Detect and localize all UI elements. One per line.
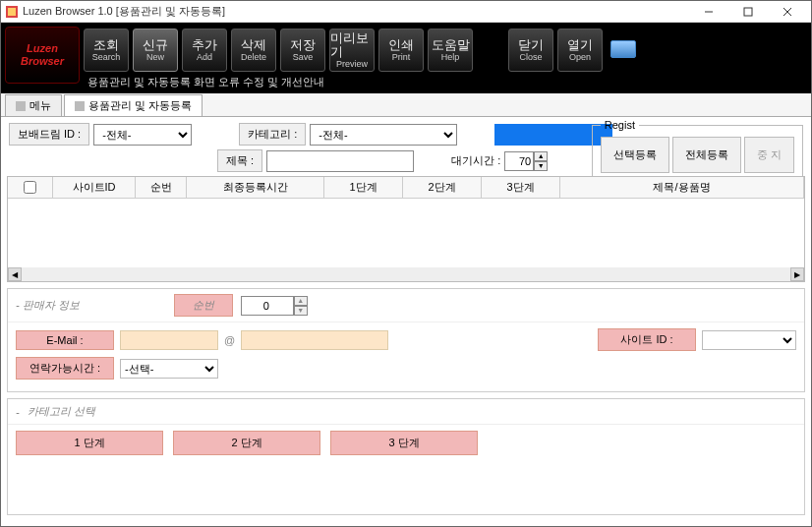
document-tabs: 메뉴 용품관리 및 자동등록 xyxy=(1,93,811,117)
regist-group: Regist 선택등록 전체등록 중 지 xyxy=(592,119,803,182)
filter-area: 보배드림 ID : -전체- 카테고리 : -전체- 제목 : 대기시간 : ▲… xyxy=(1,117,811,172)
delete-button[interactable]: 삭제Delete xyxy=(231,29,276,72)
scroll-track[interactable] xyxy=(22,267,790,281)
seq-down-icon[interactable]: ▼ xyxy=(294,306,308,316)
scroll-right-icon[interactable]: ▶ xyxy=(790,267,804,281)
category-label: 카테고리 : xyxy=(239,123,306,146)
close-button[interactable] xyxy=(768,2,807,22)
wait-label: 대기시간 : xyxy=(451,153,500,168)
print-button[interactable]: 인쇄Print xyxy=(378,29,424,72)
seq-label: 순번 xyxy=(174,294,233,317)
col-seq[interactable]: 순번 xyxy=(136,177,187,198)
svg-rect-1 xyxy=(8,8,16,16)
title-input[interactable] xyxy=(266,150,414,172)
all-register-button[interactable]: 전체등록 xyxy=(672,137,741,173)
tab-product-auto-label: 용품관리 및 자동등록 xyxy=(88,98,192,113)
at-symbol: @ xyxy=(224,334,235,346)
document-icon xyxy=(75,101,85,111)
main-toolbar: Luzen Browser 조회Search 신규New 추가Add 삭제Del… xyxy=(1,23,811,93)
tab-menu-label: 메뉴 xyxy=(29,98,51,113)
scroll-left-icon[interactable]: ◀ xyxy=(8,267,22,281)
new-button[interactable]: 신규New xyxy=(133,29,178,72)
help-button[interactable]: 도움말Help xyxy=(428,29,473,72)
menu-icon xyxy=(16,101,26,111)
email-domain-input[interactable] xyxy=(241,330,388,350)
horizontal-scrollbar[interactable]: ◀ ▶ xyxy=(8,267,804,281)
email-local-input[interactable] xyxy=(120,330,218,350)
id-label: 보배드림 ID : xyxy=(9,123,89,146)
data-grid: 사이트ID 순번 최종등록시간 1단계 2단계 3단계 제목/용품명 ◀ ▶ xyxy=(7,176,805,282)
stop-button[interactable]: 중 지 xyxy=(744,137,794,173)
add-button[interactable]: 추가Add xyxy=(182,29,227,72)
seller-section-title: - 판매자 정보 순번 ▲▼ xyxy=(8,289,804,322)
category-section-title: - 카테고리 선택 xyxy=(8,399,804,425)
preview-button[interactable]: 미리보기Preview xyxy=(329,29,375,72)
logo-line1: Luzen xyxy=(27,42,58,55)
toolbar-subtext: 용품관리 및 자동등록 화면 오류 수정 및 개선안내 xyxy=(87,75,324,89)
category-steps: 1 단계 2 단계 3 단계 xyxy=(8,425,804,461)
id-select[interactable]: -전체- xyxy=(93,124,192,146)
regist-legend: Regist xyxy=(601,119,639,131)
logo-line2: Browser xyxy=(21,55,64,68)
maximize-button[interactable] xyxy=(728,2,768,22)
seller-section: - 판매자 정보 순번 ▲▼ E-Mail : @ 사이트 ID : 연락가능시… xyxy=(7,288,805,392)
col-check xyxy=(8,177,53,198)
seq-value[interactable] xyxy=(241,296,294,316)
col-site-id[interactable]: 사이트ID xyxy=(53,177,136,198)
window-title: Luzen Browser 1.0 [용품관리 및 자동등록] xyxy=(23,4,689,19)
svg-rect-3 xyxy=(744,8,752,16)
contact-label: 연락가능시간 : xyxy=(16,357,114,380)
open-button[interactable]: 열기Open xyxy=(557,29,603,72)
select-register-button[interactable]: 선택등록 xyxy=(601,137,669,173)
category-step-1[interactable]: 1 단계 xyxy=(16,431,163,455)
contact-select[interactable]: -선택- xyxy=(120,359,218,379)
category-step-3[interactable]: 3 단계 xyxy=(330,431,478,455)
category-section-label: 카테고리 선택 xyxy=(28,404,95,419)
tab-product-auto[interactable]: 용품관리 및 자동등록 xyxy=(64,94,203,116)
seq-up-icon[interactable]: ▲ xyxy=(294,296,308,306)
grid-header: 사이트ID 순번 최종등록시간 1단계 2단계 3단계 제목/용품명 xyxy=(8,177,804,199)
col-title[interactable]: 제목/용품명 xyxy=(560,177,804,198)
app-icon xyxy=(5,5,19,19)
toolbar-buttons-right: 닫기Close 열기Open xyxy=(508,27,603,93)
spin-up-icon[interactable]: ▲ xyxy=(534,151,548,161)
select-all-checkbox[interactable] xyxy=(24,181,36,194)
save-button[interactable]: 저장Save xyxy=(280,29,325,72)
email-label: E-Mail : xyxy=(16,330,114,350)
minimize-button[interactable] xyxy=(689,2,728,22)
title-label: 제목 : xyxy=(217,149,262,172)
wait-spinner[interactable]: ▲▼ xyxy=(504,151,548,171)
col-step1[interactable]: 1단계 xyxy=(324,177,403,198)
seq-spinner[interactable]: ▲▼ xyxy=(241,296,308,316)
category-step-2[interactable]: 2 단계 xyxy=(173,431,320,455)
col-step3[interactable]: 3단계 xyxy=(482,177,560,198)
close-window-button[interactable]: 닫기Close xyxy=(508,29,553,72)
tab-menu[interactable]: 메뉴 xyxy=(5,94,62,116)
site-id-select[interactable] xyxy=(702,330,796,350)
logo: Luzen Browser xyxy=(5,27,80,84)
keyboard-icon[interactable] xyxy=(610,40,636,58)
col-last-reg[interactable]: 최종등록시간 xyxy=(187,177,324,198)
seller-section-label: - 판매자 정보 xyxy=(16,298,80,313)
col-step2[interactable]: 2단계 xyxy=(403,177,482,198)
site-id-label: 사이트 ID : xyxy=(598,328,696,351)
spin-down-icon[interactable]: ▼ xyxy=(534,161,548,171)
wait-value[interactable] xyxy=(504,151,534,171)
search-button[interactable]: 조회Search xyxy=(84,29,129,72)
window-titlebar: Luzen Browser 1.0 [용품관리 및 자동등록] xyxy=(1,1,811,23)
category-section: - 카테고리 선택 1 단계 2 단계 3 단계 xyxy=(7,398,805,515)
category-select[interactable]: -전체- xyxy=(310,124,457,146)
